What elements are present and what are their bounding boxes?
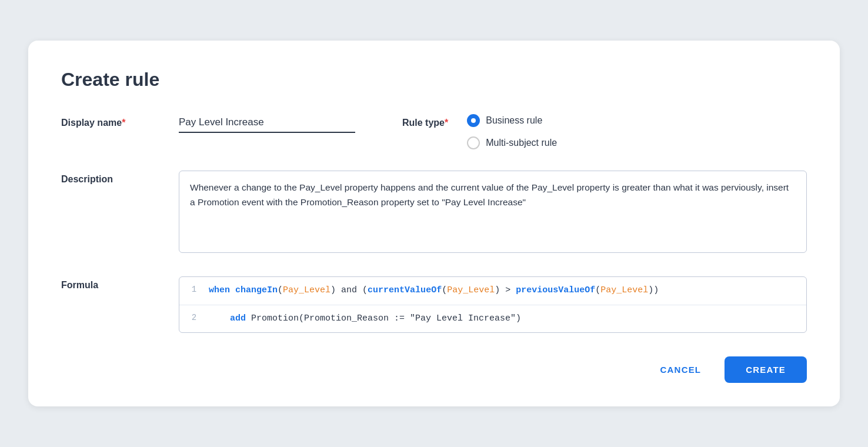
rule-type-radio-group: Business rule Multi-subject rule [467,114,557,149]
page-title: Create rule [61,69,807,91]
create-rule-card: Create rule Display name* Rule type* Bus… [28,41,840,406]
description-row: Description Whenever a change to the Pay… [61,171,807,255]
formula-line-2-content: add Promotion(Promotion_Reason := "Pay L… [209,312,533,326]
kw-PayLevel1: Pay_Level [283,285,330,295]
footer-buttons: CANCEL CREATE [61,356,807,383]
kw-currentValueOf: currentValueOf [368,285,442,295]
formula-row: Formula 1 when changeIn(Pay_Level) and (… [61,276,807,333]
formula-label: Formula [61,276,179,291]
rule-type-label: Rule type* [402,114,448,128]
description-field: Whenever a change to the Pay_Level prope… [179,171,807,255]
rule-type-required-star: * [445,118,448,128]
line-number-1: 1 [179,284,209,294]
formula-line-1: 1 when changeIn(Pay_Level) and (currentV… [179,277,806,305]
description-textarea[interactable]: Whenever a change to the Pay_Level prope… [179,171,807,253]
kw-when: when [209,285,235,295]
radio-business-label: Business rule [486,115,542,126]
formula-container: 1 when changeIn(Pay_Level) and (currentV… [179,276,807,333]
formula-line-2: 2 add Promotion(Promotion_Reason := "Pay… [179,305,806,333]
kw-add: add [230,313,246,323]
description-label: Description [61,171,179,185]
top-form-row: Display name* Rule type* Business rule M… [61,114,807,149]
radio-item-business[interactable]: Business rule [467,114,557,127]
formula-line-1-content: when changeIn(Pay_Level) and (currentVal… [209,284,670,298]
kw-previousValueOf: previousValueOf [516,285,595,295]
radio-item-multi[interactable]: Multi-subject rule [467,136,557,149]
formula-field: 1 when changeIn(Pay_Level) and (currentV… [179,276,807,333]
kw-changeIn: changeIn [235,285,278,295]
radio-business-circle[interactable] [467,114,480,127]
create-button[interactable]: CREATE [725,356,807,383]
display-name-input[interactable] [179,114,355,133]
kw-PayLevel3: Pay_Level [600,285,648,295]
display-name-required-star: * [122,118,125,128]
cancel-button[interactable]: CANCEL [646,356,716,383]
radio-multi-circle[interactable] [467,136,480,149]
kw-and: and [341,285,362,295]
radio-multi-label: Multi-subject rule [486,138,557,148]
display-name-label: Display name* [61,114,179,128]
kw-PayLevel2: Pay_Level [447,285,495,295]
line-number-2: 2 [179,312,209,322]
kw-add-promotion: Promotion(Promotion_Reason := "Pay Level… [246,313,521,323]
